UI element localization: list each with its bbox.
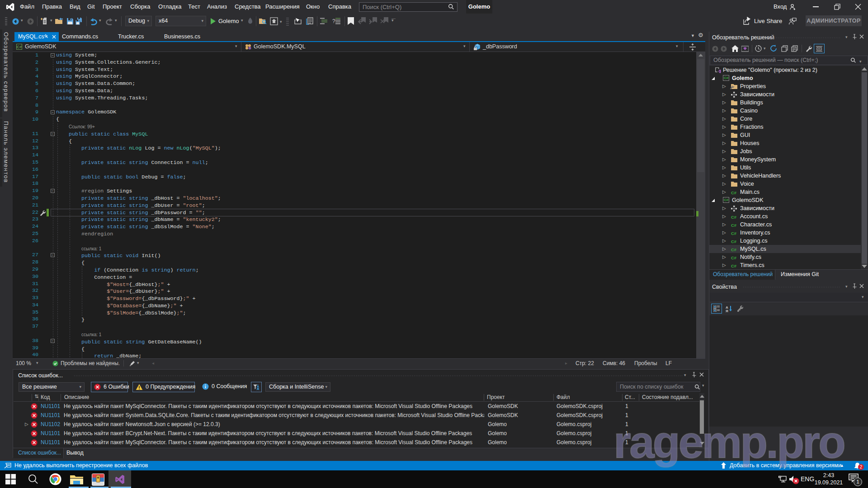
svg-text:Я: Я [726,309,728,312]
svg-text:?: ? [332,18,335,24]
